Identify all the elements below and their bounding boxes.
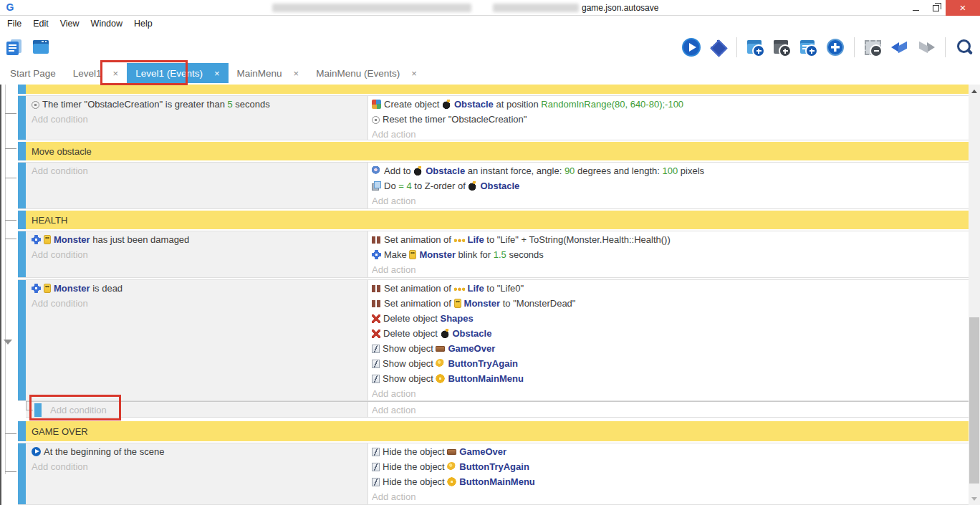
delete-event-icon[interactable]	[863, 37, 883, 57]
scroll-down-icon[interactable]	[971, 497, 977, 501]
add-subevent-icon[interactable]	[772, 37, 792, 57]
action-line[interactable]: Add to Obstacle an instant force, angle:…	[372, 163, 966, 178]
event-drag-handle[interactable]	[34, 403, 42, 417]
tab-close-icon[interactable]: ×	[294, 68, 299, 79]
text-segment: Show object	[383, 343, 436, 354]
add-circle-icon[interactable]	[825, 37, 845, 57]
add-condition-button[interactable]: Add condition	[32, 163, 363, 178]
tab-mainmenu-events[interactable]: MainMenu (Events)×	[307, 63, 426, 83]
event-row[interactable]: At the beginning of the sceneAdd conditi…	[18, 443, 969, 505]
tab-level1[interactable]: Level1×	[64, 63, 127, 83]
event-drag-handle[interactable]	[18, 443, 26, 504]
add-condition-button[interactable]: Add condition	[32, 247, 363, 262]
action-line[interactable]: Set animation of Life to "Life0"	[372, 281, 966, 296]
add-condition-button[interactable]: Add condition	[50, 403, 107, 418]
event-row[interactable]: Add conditionAdd to Obstacle an instant …	[18, 162, 969, 209]
add-event-icon[interactable]	[746, 37, 766, 57]
event-row[interactable]: Monster is deadAdd conditionSet animatio…	[18, 279, 969, 401]
tab-close-icon[interactable]: ×	[411, 68, 417, 79]
add-action-button[interactable]: Add action	[372, 193, 966, 208]
text-segment: Do	[384, 181, 398, 191]
subevent-connector	[26, 401, 27, 410]
toolbar-separator	[945, 37, 946, 57]
text-segment: 5	[228, 99, 233, 110]
menu-view[interactable]: View	[54, 16, 85, 32]
menu-file[interactable]: File	[1, 16, 27, 32]
event-drag-handle[interactable]	[18, 231, 26, 277]
condition-line[interactable]: The timer "ObstacleCreation" is greater …	[32, 97, 363, 112]
menu-edit[interactable]: Edit	[27, 16, 54, 32]
scrollbar-thumb[interactable]	[969, 317, 979, 484]
action-line[interactable]: Show object GameOver	[372, 341, 966, 356]
add-condition-button[interactable]: Add condition	[32, 459, 363, 474]
vertical-scrollbar[interactable]	[969, 85, 980, 505]
undo-icon[interactable]	[890, 37, 910, 57]
condition-line[interactable]: Monster has just been damaged	[32, 232, 363, 247]
scene-window-icon[interactable]	[31, 37, 51, 57]
comment-row[interactable]: GAME OVER	[18, 421, 969, 441]
text-segment: GameOver	[459, 446, 506, 457]
empty-subevent-row[interactable]: Add conditionAdd action	[26, 401, 969, 418]
tab-close-icon[interactable]: ×	[214, 68, 220, 79]
add-comment-icon[interactable]	[799, 37, 819, 57]
project-manager-icon[interactable]	[4, 37, 24, 57]
event-drag-handle[interactable]	[18, 280, 26, 400]
comment-row[interactable]: Move obstacle	[18, 142, 969, 160]
add-action-button[interactable]: Add action	[372, 127, 966, 140]
event-drag-handle[interactable]	[18, 142, 26, 160]
text-segment: Obstacle	[480, 181, 519, 191]
tab-start-page[interactable]: Start Page	[1, 63, 64, 83]
condition-line[interactable]: At the beginning of the scene	[32, 444, 363, 459]
text-segment: to "MonsterDead"	[500, 298, 575, 309]
action-line[interactable]: Set animation of Life to "Life" + ToStri…	[372, 232, 966, 247]
add-action-button[interactable]: Add action	[372, 262, 966, 277]
text-segment: seconds	[506, 249, 544, 260]
event-row[interactable]: Monster has just been damagedAdd conditi…	[18, 231, 969, 278]
redo-icon[interactable]	[916, 37, 936, 57]
debug-icon[interactable]	[708, 37, 728, 57]
scroll-up-icon[interactable]	[971, 90, 977, 93]
add-condition-button[interactable]: Add condition	[32, 112, 363, 127]
minimize-button[interactable]	[905, 0, 926, 16]
comment-row[interactable]: HEALTH	[18, 211, 969, 229]
action-line[interactable]: Delete object Obstacle	[372, 326, 966, 341]
menu-help[interactable]: Help	[128, 16, 158, 32]
restore-button[interactable]	[926, 0, 946, 16]
action-line[interactable]: Do = 4 to Z-order of Obstacle	[372, 178, 966, 193]
comment-row-partial[interactable]	[18, 85, 969, 94]
action-line[interactable]: Hide the object ButtonTryAgain	[372, 459, 966, 474]
event-drag-handle[interactable]	[18, 96, 26, 140]
action-line[interactable]: Delete object Shapes	[372, 311, 966, 326]
event-drag-handle[interactable]	[18, 421, 26, 441]
action-line[interactable]: Show object ButtonTryAgain	[372, 356, 966, 371]
condition-line[interactable]: Monster is dead	[32, 281, 363, 296]
action-line[interactable]: Show object ButtonMainMenu	[372, 371, 966, 386]
anim-icon	[372, 236, 381, 244]
action-line[interactable]: Reset the timer "ObstacleCreation"	[372, 112, 966, 127]
action-line[interactable]: Hide the object GameOver	[372, 444, 966, 459]
events-gutter	[0, 85, 18, 505]
event-drag-handle[interactable]	[18, 85, 26, 94]
tree-branch-mark	[5, 148, 16, 149]
tab-close-icon[interactable]: ×	[113, 68, 119, 79]
action-line[interactable]: Hide the object ButtonMainMenu	[372, 474, 966, 489]
event-drag-handle[interactable]	[18, 163, 26, 208]
add-action-button[interactable]: Add action	[372, 386, 966, 400]
action-line[interactable]: Create object Obstacle at position Rando…	[372, 97, 966, 112]
action-line[interactable]: Make Monster blink for 1.5 seconds	[372, 247, 966, 262]
collapse-expander-icon[interactable]	[4, 340, 12, 345]
add-action-button[interactable]: Add action	[372, 489, 966, 504]
play-icon[interactable]	[681, 37, 701, 57]
event-row[interactable]: The timer "ObstacleCreation" is greater …	[18, 95, 969, 140]
menu-window[interactable]: Window	[85, 16, 128, 32]
action-line[interactable]: Set animation of Monster to "MonsterDead…	[372, 296, 966, 311]
search-icon[interactable]	[954, 37, 974, 57]
tree-branch-mark	[5, 239, 16, 239]
comment-text: Move obstacle	[26, 142, 969, 160]
close-button[interactable]: ×	[946, 0, 980, 16]
add-condition-button[interactable]: Add condition	[32, 296, 363, 311]
tab-level1-events[interactable]: Level1 (Events)×	[127, 63, 228, 83]
event-drag-handle[interactable]	[18, 211, 26, 229]
tab-mainmenu[interactable]: MainMenu×	[229, 63, 308, 83]
add-action-button[interactable]: Add action	[372, 403, 966, 417]
